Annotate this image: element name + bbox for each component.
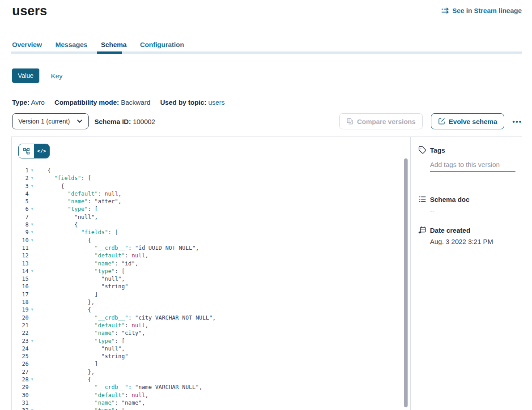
code-line: 12 "default": null,	[12, 252, 410, 259]
line-number: 22	[12, 329, 29, 337]
tab-underline-track	[11, 51, 522, 54]
line-number: 11	[12, 244, 29, 252]
line-number: 18	[12, 298, 29, 306]
fold-arrow-icon[interactable]: ▼	[29, 182, 36, 190]
tree-view-icon	[23, 148, 30, 155]
stream-lineage-link[interactable]: See in Stream lineage	[441, 7, 522, 14]
compatibility-mode: Compatibility mode: Backward	[55, 98, 150, 106]
editor-scrollbar[interactable]	[404, 158, 408, 407]
fold-gutter	[29, 290, 36, 298]
fold-arrow-icon[interactable]: ▼	[29, 228, 36, 236]
fold-arrow-icon[interactable]: ▼	[29, 205, 36, 213]
line-number: 8	[12, 221, 29, 228]
line-number: 26	[12, 360, 29, 367]
code-text: "name": "after",	[36, 197, 122, 205]
page-title: users	[12, 4, 47, 18]
code-text: ]	[36, 290, 98, 298]
fold-arrow-icon[interactable]: ▼	[29, 236, 36, 244]
code-line: 21 "default": null,	[12, 321, 410, 329]
line-number: 3	[12, 182, 29, 190]
tab-active-indicator	[97, 51, 122, 54]
fold-gutter	[29, 321, 36, 329]
code-view-button[interactable]: </>	[34, 144, 49, 158]
add-tags-input[interactable]	[430, 161, 515, 172]
code-text: "null",	[36, 275, 125, 282]
fold-arrow-icon[interactable]: ▼	[29, 221, 36, 228]
line-number: 20	[12, 314, 29, 321]
code-line: 26 ]	[12, 360, 410, 367]
calendar-plus-icon	[418, 226, 426, 234]
code-text: "default": null,	[36, 391, 149, 399]
fold-arrow-icon[interactable]: ▼	[29, 376, 36, 383]
version-select[interactable]: Version 1 (current)	[12, 113, 89, 129]
schema-id: Schema ID: 100002	[94, 118, 155, 125]
line-number: 28	[12, 376, 29, 383]
sidebar-divider	[418, 182, 515, 182]
code-line: 24 "null",	[12, 345, 410, 352]
tab-overview[interactable]: Overview	[12, 41, 42, 48]
fold-gutter	[29, 329, 36, 337]
code-line: 14▼ "type": [	[12, 267, 410, 275]
code-line: 10▼ {	[12, 236, 410, 244]
code-text: "type": [	[36, 337, 125, 345]
code-line: 2▼ "fields": [	[12, 174, 410, 182]
schema-sidebar: Tags Schema doc --	[410, 137, 522, 410]
fold-arrow-icon[interactable]: ▼	[29, 167, 36, 174]
code-text: "__crdb__": "id UUID NOT NULL",	[36, 244, 199, 252]
fold-arrow-icon[interactable]: ▼	[29, 306, 36, 313]
code-line: 15 "null",	[12, 275, 410, 282]
code-text: "default": null,	[36, 321, 149, 329]
code-line: 1▼{	[12, 167, 410, 174]
code-text: "null",	[36, 345, 125, 352]
tab-configuration[interactable]: Configuration	[140, 41, 184, 48]
schema-meta-row: Type: Avro Compatibility mode: Backward …	[12, 98, 225, 106]
fold-arrow-icon[interactable]: ▼	[29, 174, 36, 182]
view-toggle: </>	[18, 144, 50, 158]
tab-messages[interactable]: Messages	[55, 41, 88, 48]
code-editor[interactable]: 1▼{2▼ "fields": [3▼ {4 "default": null,5…	[12, 167, 410, 410]
fold-gutter	[29, 360, 36, 367]
tags-header: Tags	[418, 146, 515, 154]
line-number: 25	[12, 352, 29, 360]
compare-versions-button[interactable]: Compare versions	[339, 113, 423, 129]
code-text: "string"	[36, 282, 128, 290]
code-text: "name": "city",	[36, 329, 145, 337]
code-line: 18 },	[12, 298, 410, 306]
fold-gutter	[29, 190, 36, 197]
evolve-schema-button[interactable]: Evolve schema	[431, 113, 504, 129]
line-number: 7	[12, 213, 29, 221]
line-number: 23	[12, 337, 29, 345]
fold-arrow-icon[interactable]: ▼	[29, 337, 36, 345]
line-number: 29	[12, 383, 29, 391]
code-line: 16 "string"	[12, 282, 410, 290]
fold-gutter	[29, 368, 36, 376]
more-options-button[interactable]: •••	[512, 118, 522, 125]
topic-link[interactable]: users	[209, 98, 225, 106]
line-number: 10	[12, 236, 29, 244]
code-line: 31 "name": "name",	[12, 399, 410, 406]
code-text: },	[36, 298, 94, 306]
line-number: 4	[12, 190, 29, 197]
tree-view-button[interactable]	[19, 144, 34, 158]
code-text: "default": null,	[36, 190, 122, 197]
code-line: 27 },	[12, 368, 410, 376]
code-line: 3▼ {	[12, 182, 410, 190]
code-text: "__crdb__": "city VARCHAR NOT NULL",	[36, 314, 216, 321]
key-toggle-button[interactable]: Key	[51, 72, 63, 80]
fold-arrow-icon[interactable]: ▼	[29, 406, 36, 410]
fold-gutter	[29, 314, 36, 321]
used-by-topic: Used by topic: users	[160, 98, 225, 106]
fold-gutter	[29, 399, 36, 406]
tab-schema[interactable]: Schema	[101, 41, 127, 48]
fold-gutter	[29, 260, 36, 267]
code-text: "null",	[36, 213, 98, 221]
code-text: "type": [	[36, 406, 125, 410]
date-created-value: Aug. 3 2022 3:21 PM	[430, 238, 515, 245]
value-toggle-button[interactable]: Value	[12, 68, 39, 83]
code-line: 29 "__crdb__": "name VARCHAR NULL",	[12, 383, 410, 391]
fold-arrow-icon[interactable]: ▼	[29, 267, 36, 275]
value-key-toggle: Value Key	[12, 68, 63, 83]
code-text: "name": "id",	[36, 260, 138, 267]
fold-gutter	[29, 275, 36, 282]
code-text: {	[36, 221, 78, 228]
